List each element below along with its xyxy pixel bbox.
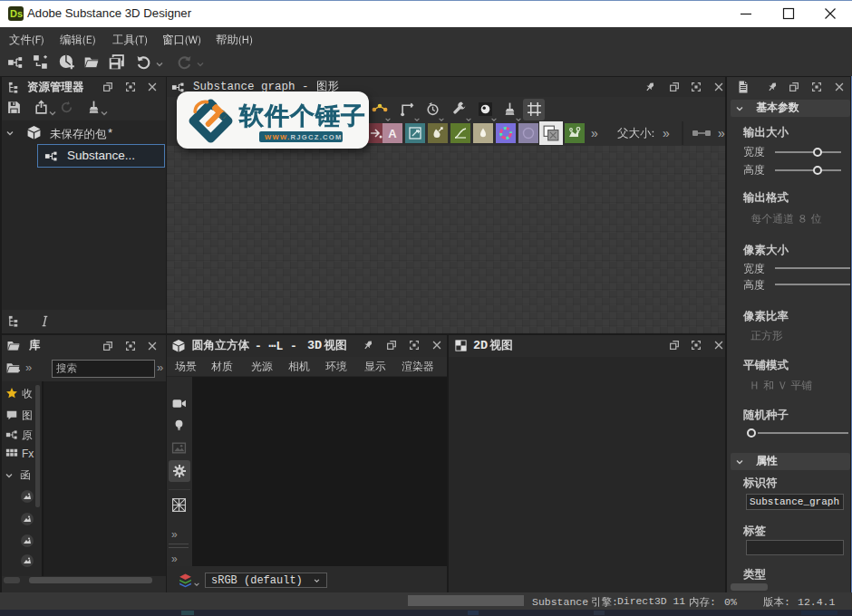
svg-text:A: A bbox=[388, 127, 397, 140]
